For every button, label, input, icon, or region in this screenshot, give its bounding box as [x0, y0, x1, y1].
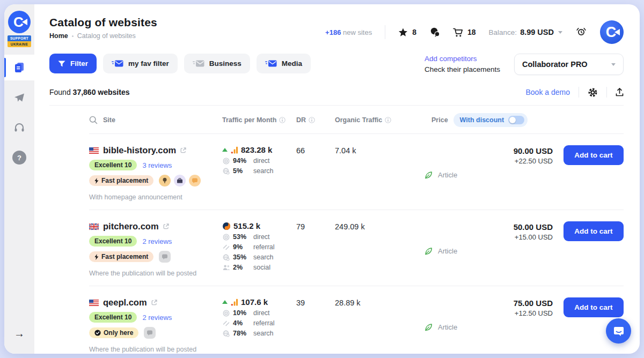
sidebar-item-catalog[interactable] — [4, 55, 34, 80]
title-block: Catalog of websites Home Catalog of webs… — [49, 16, 157, 40]
table-row: bible-history.com Excellent 10 3 reviews… — [89, 134, 624, 210]
favorites-button[interactable]: 8 — [398, 28, 416, 37]
check-circle-icon — [94, 330, 101, 336]
feather-icon — [424, 247, 433, 256]
site-domain[interactable]: qeepl.com — [103, 297, 147, 308]
sidebar-item-support[interactable] — [4, 115, 34, 140]
feather-icon — [424, 323, 433, 332]
add-to-cart-button[interactable]: Add to cart — [564, 145, 624, 165]
export-button[interactable] — [616, 88, 624, 96]
settings-button[interactable] — [588, 87, 598, 98]
new-sites: +186 new sites — [325, 28, 372, 36]
info-icon[interactable] — [309, 117, 315, 123]
balance-dropdown[interactable]: Balance: 8.99 USD — [489, 28, 562, 36]
rating-badge: Excellent 10 — [89, 312, 137, 323]
sidebar-logo[interactable]: C SUPPORT UKRAINE — [8, 11, 31, 47]
reviews-link[interactable]: 3 reviews — [142, 161, 172, 169]
toggle-switch[interactable] — [508, 116, 524, 124]
star-icon — [398, 28, 408, 37]
col-price[interactable]: Price — [431, 116, 448, 124]
col-site[interactable]: Site — [103, 116, 115, 124]
external-link-icon[interactable] — [180, 147, 186, 153]
external-link-icon[interactable] — [163, 223, 169, 229]
site-domain[interactable]: bible-history.com — [103, 145, 176, 155]
price-value: 75.00 USD — [488, 299, 553, 308]
top-bar: Catalog of websites Home Catalog of webs… — [49, 4, 624, 44]
add-to-cart-button[interactable]: Add to cart — [564, 297, 624, 317]
traffic-value: 823.28 k — [241, 145, 272, 154]
dr-value: 66 — [296, 145, 335, 201]
traffic-bars-icon — [231, 299, 238, 306]
chat-bubbles-icon — [429, 27, 440, 37]
results-bar: Found 37,860 websites Book a demo — [49, 87, 624, 106]
fast-placement-badge: Fast placement — [89, 251, 153, 262]
site-domain[interactable]: pitchero.com — [103, 221, 159, 232]
media-filter-button[interactable]: Media — [257, 54, 311, 73]
info-icon[interactable] — [279, 117, 286, 123]
external-link-icon[interactable] — [151, 300, 157, 305]
header-actions: +186 new sites 8 — [325, 16, 624, 44]
main-content: Catalog of websites Home Catalog of webs… — [34, 4, 640, 354]
info-icon[interactable] — [385, 117, 391, 123]
reviews-link[interactable]: 2 reviews — [142, 314, 172, 322]
feather-icon — [424, 170, 433, 180]
plan-select[interactable]: Collaborator PRO — [514, 54, 624, 75]
chat-smile-icon — [613, 325, 625, 337]
notifications-button[interactable] — [575, 27, 587, 38]
organic-value: 249.09 k — [335, 221, 424, 277]
comment-icon — [159, 251, 171, 263]
breadcrumb: Home Catalog of websites — [49, 32, 157, 40]
table-header: Site Traffic per Month DR Organic Traffi… — [89, 106, 624, 134]
search-icon[interactable] — [89, 116, 98, 124]
cart-icon — [453, 28, 463, 37]
price-value: 90.00 USD — [488, 146, 553, 155]
with-discount-toggle[interactable]: With discount — [453, 113, 528, 127]
collaborator-logo-icon: C — [8, 11, 31, 33]
websites-table: Site Traffic per Month DR Organic Traffi… — [89, 106, 624, 354]
business-filter-button[interactable]: Business — [184, 54, 250, 73]
site-note: Where the publication will be posted — [89, 270, 222, 277]
support-chat-widget[interactable] — [606, 318, 631, 344]
table-row: pitchero.com Excellent 10 2 reviews Fast… — [89, 210, 624, 286]
search-traffic-icon — [222, 330, 230, 337]
reviews-link[interactable]: 2 reviews — [142, 237, 172, 245]
account-avatar[interactable]: C — [600, 20, 624, 44]
sidebar-nav: ? — [4, 55, 34, 170]
add-competitors-link[interactable]: Add competitors — [425, 54, 500, 64]
col-traffic[interactable]: Traffic per Month — [222, 116, 276, 124]
cart-button[interactable]: 18 — [453, 28, 476, 37]
sidebar-collapse-button[interactable]: → — [4, 327, 34, 340]
price-extra: +15.00 USD — [488, 233, 553, 241]
headphones-icon — [14, 123, 25, 132]
bell-icon — [575, 27, 587, 38]
filter-button[interactable]: Filter — [49, 54, 97, 73]
col-organic[interactable]: Organic Traffic — [335, 116, 382, 124]
site-note: Where the publication will be posted — [89, 346, 222, 353]
upload-icon — [616, 88, 624, 96]
help-icon: ? — [12, 151, 26, 165]
referral-icon — [222, 320, 230, 327]
app-window: C SUPPORT UKRAINE — [4, 4, 640, 354]
briefcase-icon — [174, 175, 186, 187]
book-demo-link[interactable]: Book a demo — [526, 88, 570, 96]
breadcrumb-home[interactable]: Home — [49, 32, 68, 40]
price-value: 50.00 USD — [488, 222, 553, 232]
chats-button[interactable] — [429, 27, 440, 37]
add-to-cart-button[interactable]: Add to cart — [564, 221, 624, 241]
sidebar-item-telegram[interactable] — [4, 85, 34, 110]
direct-icon — [222, 158, 230, 165]
col-dr[interactable]: DR — [296, 116, 306, 124]
traffic-value: 107.6 k — [241, 297, 268, 307]
fav-filter-button[interactable]: my fav filter — [103, 54, 178, 73]
search-traffic-icon — [222, 168, 230, 175]
gear-icon — [588, 87, 598, 98]
comment-icon — [189, 175, 201, 187]
traffic-value: 515.2 k — [233, 221, 260, 230]
page-title: Catalog of websites — [49, 16, 157, 29]
support-ukraine-badge: SUPPORT UKRAINE — [8, 35, 31, 47]
referral-icon — [222, 244, 230, 251]
placement-type: Article — [438, 171, 457, 179]
price-extra: +12.50 USD — [488, 309, 553, 317]
sidebar: C SUPPORT UKRAINE — [4, 4, 34, 354]
sidebar-item-help[interactable]: ? — [4, 145, 34, 170]
